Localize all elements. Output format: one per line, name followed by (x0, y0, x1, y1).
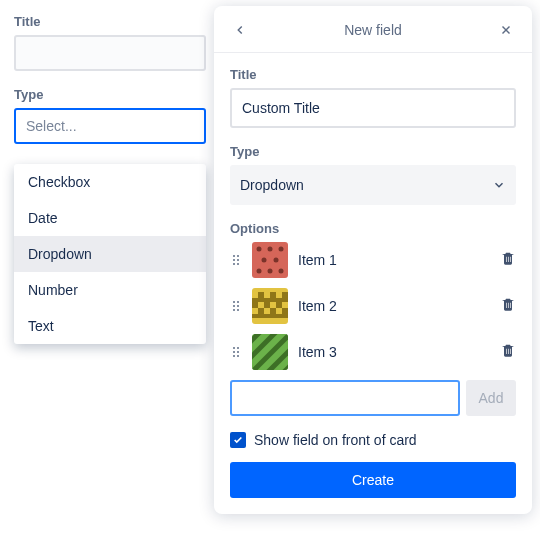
dropdown-option-number[interactable]: Number (14, 272, 206, 308)
trash-icon (500, 342, 516, 358)
show-on-front-row[interactable]: Show field on front of card (230, 432, 516, 448)
dropdown-option-dropdown[interactable]: Dropdown (14, 236, 206, 272)
type-dropdown-list: Checkbox Date Dropdown Number Text (14, 164, 206, 344)
check-icon (233, 435, 243, 445)
title-input[interactable] (14, 35, 206, 71)
chevron-down-icon (492, 178, 506, 192)
color-swatch[interactable] (252, 334, 288, 370)
close-button[interactable] (496, 20, 516, 40)
options-label: Options (230, 221, 516, 236)
svg-point-4 (268, 247, 273, 252)
option-row: Item 2 (230, 288, 516, 324)
show-on-front-checkbox[interactable] (230, 432, 246, 448)
svg-point-8 (257, 269, 262, 274)
title-label: Title (14, 14, 206, 29)
panel-title: New field (250, 22, 496, 38)
svg-point-6 (262, 258, 267, 263)
option-label: Item 1 (298, 252, 490, 268)
close-icon (499, 23, 513, 37)
dropdown-option-date[interactable]: Date (14, 200, 206, 236)
dropdown-option-text[interactable]: Text (14, 308, 206, 344)
panel-type-select[interactable]: Dropdown (230, 165, 516, 205)
type-select[interactable]: Select... (14, 108, 206, 144)
option-label: Item 3 (298, 344, 490, 360)
svg-point-5 (279, 247, 284, 252)
drag-handle[interactable] (230, 301, 242, 311)
type-label: Type (14, 87, 206, 102)
panel-type-label: Type (230, 144, 516, 159)
option-label: Item 2 (298, 298, 490, 314)
svg-point-7 (274, 258, 279, 263)
panel-type-value: Dropdown (240, 177, 304, 193)
delete-option-button[interactable] (500, 342, 516, 362)
delete-option-button[interactable] (500, 296, 516, 316)
panel-title-label: Title (230, 67, 516, 82)
create-button[interactable]: Create (230, 462, 516, 498)
dropdown-option-checkbox[interactable]: Checkbox (14, 164, 206, 200)
svg-point-10 (279, 269, 284, 274)
back-button[interactable] (230, 20, 250, 40)
color-swatch[interactable] (252, 288, 288, 324)
field-config-background: Title Type Select... (0, 0, 220, 174)
new-field-panel: New field Title Type Dropdown Options (214, 6, 532, 514)
show-on-front-label: Show field on front of card (254, 432, 417, 448)
trash-icon (500, 250, 516, 266)
select-placeholder: Select... (26, 118, 77, 134)
divider (214, 52, 532, 53)
drag-handle[interactable] (230, 347, 242, 357)
add-option-input[interactable] (230, 380, 460, 416)
svg-point-9 (268, 269, 273, 274)
drag-handle[interactable] (230, 255, 242, 265)
delete-option-button[interactable] (500, 250, 516, 270)
add-option-button[interactable]: Add (466, 380, 516, 416)
option-row: Item 3 (230, 334, 516, 370)
option-row: Item 1 (230, 242, 516, 278)
trash-icon (500, 296, 516, 312)
panel-title-input[interactable] (230, 88, 516, 128)
chevron-left-icon (233, 23, 247, 37)
color-swatch[interactable] (252, 242, 288, 278)
svg-point-3 (257, 247, 262, 252)
